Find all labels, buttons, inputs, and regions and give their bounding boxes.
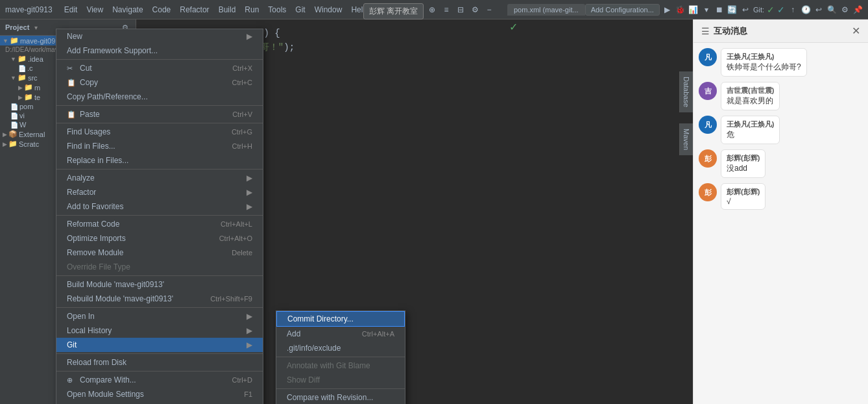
new-file-icon[interactable]: ⊕	[427, 5, 437, 15]
ctx-reload[interactable]: Reload from Disk	[56, 355, 263, 370]
ctx-build-module[interactable]: Build Module 'mave-git0913'	[56, 277, 263, 292]
editor-tab[interactable]: pom.xml (mave-git...	[507, 4, 585, 16]
ctx-git[interactable]: Git ▶	[56, 338, 263, 352]
pom-icon: 📄	[10, 103, 18, 110]
ctx-find-files[interactable]: Find in Files... Ctrl+H	[56, 139, 263, 153]
stop-icon[interactable]: ⏹	[714, 5, 725, 15]
ctx-local-history[interactable]: Local History ▶	[56, 323, 263, 338]
ctx-replace-files[interactable]: Replace in Files...	[56, 153, 263, 168]
ctx-find-files-label: Find in Files...	[67, 142, 219, 151]
bubble-5: 彭辉(彭辉) √	[721, 183, 766, 210]
chat-text-1: 铁帅哥是个什么帅哥?	[727, 62, 801, 73]
bubble-3: 王焕凡(王焕凡) 危	[721, 116, 780, 144]
src-folder-icon: 📁	[18, 73, 27, 82]
scratch-arrow: ▶	[3, 141, 7, 147]
avatar-1: 凡	[699, 48, 717, 66]
menu-tools[interactable]: Tools	[264, 4, 290, 16]
ext-arrow: ▶	[3, 131, 7, 138]
undo-icon[interactable]: ↩	[740, 5, 751, 15]
menu-refactor[interactable]: Refactor	[176, 4, 213, 16]
debug-icon[interactable]: 🐞	[675, 5, 686, 15]
ctx-paste[interactable]: 📋 Paste Ctrl+V	[56, 107, 263, 121]
git-push-icon[interactable]: ↑	[788, 5, 798, 15]
ctx-reformat[interactable]: Reformat Code Ctrl+Alt+L	[56, 217, 263, 231]
bubble-2: 吉世震(吉世震) 就是喜欢男的	[721, 82, 780, 110]
ctx-git-arrow: ▶	[247, 340, 252, 349]
git-add[interactable]: Add Ctrl+Alt+A	[276, 327, 405, 341]
ctx-remove-shortcut: Delete	[232, 249, 252, 257]
ctx-sep-4	[56, 169, 263, 170]
menu-build[interactable]: Build	[215, 4, 240, 16]
structure-icon[interactable]: ≡	[441, 5, 452, 15]
ctx-sep-2	[56, 105, 263, 106]
database-tab[interactable]: Database	[679, 71, 693, 112]
ctx-new[interactable]: New ▶	[56, 29, 263, 44]
reload-icon[interactable]: 🔄	[727, 5, 738, 15]
tooltip-popup: 彭辉 离开教室	[363, 3, 424, 19]
ctx-copy-label: Copy	[80, 78, 219, 87]
gear-icon[interactable]: ⚙	[839, 5, 850, 15]
ctx-module-settings-label: Open Module Settings	[67, 390, 231, 399]
menu-window[interactable]: Window	[311, 4, 346, 16]
git-add-shortcut: Ctrl+Alt+A	[362, 330, 394, 338]
ctx-optimize[interactable]: Optimize Imports Ctrl+Alt+O	[56, 231, 263, 246]
ctx-new-label: New	[67, 32, 241, 41]
ctx-remove-module[interactable]: Remove Module Delete	[56, 246, 263, 260]
collapse-icon[interactable]: ⊟	[455, 5, 466, 15]
chat-message-2: 吉 吉世震(吉世震) 就是喜欢男的	[699, 82, 863, 110]
te-arrow: ▶	[18, 94, 23, 101]
ctx-analyze[interactable]: Analyze ▶	[56, 171, 263, 185]
run-icon[interactable]: ▶	[662, 5, 673, 15]
menu-navigate[interactable]: Navigate	[108, 4, 147, 16]
chat-title: 互动消息	[714, 25, 852, 37]
ctx-rebuild-module[interactable]: Rebuild Module 'mave-git0913' Ctrl+Shift…	[56, 292, 263, 306]
ctx-build-module-label: Build Module 'mave-git0913'	[67, 280, 252, 289]
ctx-compare[interactable]: ⊕ Compare With... Ctrl+D	[56, 373, 263, 387]
ctx-copy[interactable]: 📋 Copy Ctrl+C	[56, 75, 263, 90]
menu-code[interactable]: Code	[149, 4, 175, 16]
git-exclude[interactable]: .git/info/exclude	[276, 341, 405, 355]
menu-edit[interactable]: Edit	[60, 4, 82, 16]
ctx-refactor[interactable]: Refactor ▶	[56, 185, 263, 199]
ctx-reload-label: Reload from Disk	[67, 358, 252, 367]
c-file-icon: 📄	[18, 65, 26, 72]
ctx-module-settings[interactable]: Open Module Settings F1	[56, 387, 263, 401]
git-compare-revision[interactable]: Compare with Revision...	[276, 390, 405, 404]
search-icon[interactable]: 🔍	[826, 5, 837, 15]
ctx-find-usages[interactable]: Find Usages Ctrl+G	[56, 125, 263, 139]
ctx-cut[interactable]: ✂ Cut Ctrl+X	[56, 61, 263, 75]
chat-name-1: 王焕凡(王焕凡)	[727, 52, 801, 62]
ctx-open-in[interactable]: Open In ▶	[56, 309, 263, 323]
ctx-copy-path[interactable]: Copy Path/Reference...	[56, 90, 263, 104]
menu-run[interactable]: Run	[241, 4, 263, 16]
maven-tab[interactable]: Maven	[679, 123, 693, 155]
ctx-refactor-label: Refactor	[67, 188, 241, 197]
chat-close-button[interactable]: ✕	[852, 25, 860, 37]
ctx-favorites[interactable]: Add to Favorites ▶	[56, 199, 263, 214]
profile-icon[interactable]: 📊	[688, 5, 699, 15]
idea-folder-icon: 📁	[18, 55, 27, 63]
expand-arrow: ▼	[3, 38, 8, 44]
ctx-add-framework[interactable]: Add Framework Support...	[56, 44, 263, 58]
pin-icon[interactable]: 📌	[852, 5, 863, 15]
ctx-sep-1	[56, 59, 263, 60]
ctx-mark-directory[interactable]: Mark Directory as ▶	[56, 401, 263, 404]
history-icon[interactable]: 🕐	[801, 5, 811, 15]
ctx-reformat-shortcut: Ctrl+Alt+L	[221, 220, 252, 228]
ctx-find-files-shortcut: Ctrl+H	[232, 142, 252, 150]
ext-icon: 📦	[8, 130, 18, 138]
chat-text-4: 没add	[727, 163, 760, 174]
chat-panel: ☰ 互动消息 ✕ 凡 王焕凡(王焕凡) 铁帅哥是个什么帅哥? 吉 吉世震(吉世震…	[693, 19, 868, 404]
git-commit-dir[interactable]: Commit Directory...	[276, 311, 405, 327]
dropdown-icon[interactable]: ▾	[701, 5, 712, 15]
git-check-green: ✓	[767, 5, 775, 15]
minus-icon[interactable]: −	[484, 5, 494, 15]
menu-view[interactable]: View	[82, 4, 107, 16]
menu-git[interactable]: Git	[291, 4, 309, 16]
te-label: te	[34, 94, 40, 101]
ctx-favorites-arrow: ▶	[247, 202, 252, 211]
undo2-icon[interactable]: ↩	[814, 5, 824, 15]
settings-icon[interactable]: ⚙	[470, 5, 480, 15]
ctx-cut-label: Cut	[80, 64, 219, 73]
add-configuration-button[interactable]: Add Configuration...	[585, 4, 660, 16]
